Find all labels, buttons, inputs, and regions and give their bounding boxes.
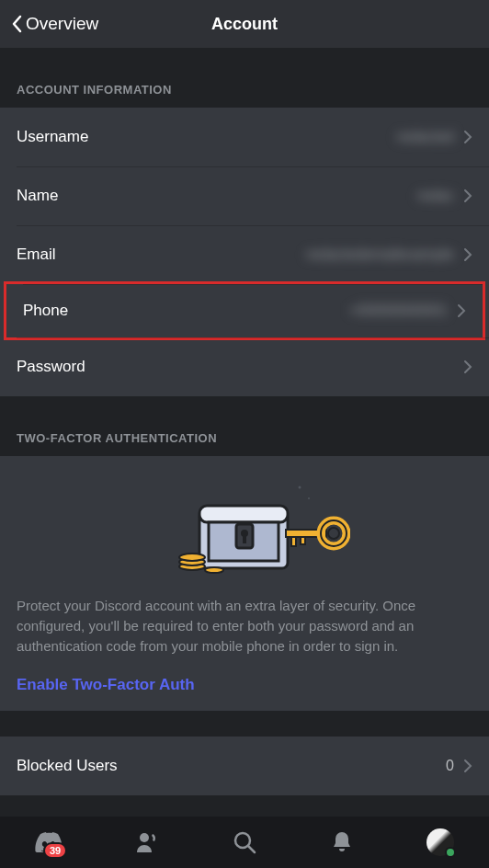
chevron-right-icon: [463, 247, 472, 262]
row-name[interactable]: Name redac: [0, 166, 489, 225]
twofa-description: Protect your Discord account with an ext…: [17, 596, 472, 656]
chevron-right-icon: [463, 130, 472, 144]
nav-notifications[interactable]: [322, 822, 362, 862]
svg-line-20: [248, 846, 255, 852]
account-info-list: Username redacted Name redac Email redac…: [0, 108, 489, 396]
chevron-right-icon: [463, 360, 472, 374]
chevron-right-icon: [463, 759, 472, 773]
svg-point-15: [328, 528, 339, 539]
section-header-twofa: TWO-FACTOR AUTHENTICATION: [0, 396, 489, 456]
header-bar: Overview Account: [0, 0, 489, 48]
row-label: Password: [17, 358, 85, 376]
nav-home[interactable]: 39: [28, 822, 69, 862]
row-right: redacted: [397, 129, 472, 145]
row-right: 0: [446, 758, 472, 774]
row-email[interactable]: Email redactedemailexample: [0, 225, 489, 284]
nav-profile[interactable]: [420, 822, 461, 862]
row-password[interactable]: Password: [0, 337, 489, 396]
svg-point-1: [308, 497, 310, 499]
nav-friends[interactable]: [127, 822, 167, 862]
twofa-card: Protect your Discord account with an ext…: [0, 456, 489, 711]
row-blocked-users[interactable]: Blocked Users 0: [0, 737, 489, 795]
friends-icon: [135, 830, 159, 854]
bell-icon: [331, 830, 353, 854]
svg-point-11: [205, 567, 223, 573]
avatar: [426, 828, 454, 856]
row-label: Blocked Users: [17, 757, 118, 775]
page-title: Account: [211, 15, 278, 34]
blocked-count: 0: [446, 758, 454, 774]
row-label: Email: [17, 246, 56, 264]
row-right: +00000000001: [349, 303, 466, 319]
row-value: redactedemailexample: [306, 246, 454, 263]
svg-rect-16: [291, 537, 296, 546]
row-right: [463, 360, 472, 374]
chevron-right-icon: [463, 188, 472, 203]
row-label: Username: [17, 128, 88, 146]
row-value: redacted: [397, 129, 454, 145]
row-label: Name: [17, 187, 58, 205]
twofa-illustration: [17, 478, 472, 579]
svg-rect-7: [243, 535, 246, 543]
status-online-icon: [445, 847, 456, 858]
notification-badge: 39: [43, 842, 67, 859]
bottom-nav: 39: [0, 817, 489, 868]
enable-twofa-link[interactable]: Enable Two-Factor Auth: [17, 676, 472, 694]
row-label: Phone: [23, 302, 68, 320]
chevron-right-icon: [457, 303, 466, 318]
row-right: redactedemailexample: [306, 246, 472, 263]
back-button[interactable]: Overview: [11, 14, 98, 34]
row-right: redac: [417, 188, 472, 204]
blocked-list: Blocked Users 0: [0, 737, 489, 795]
section-header-account-info: ACCOUNT INFORMATION: [0, 48, 489, 108]
vault-key-icon: [139, 478, 350, 579]
svg-point-10: [179, 554, 205, 561]
svg-rect-17: [301, 537, 305, 544]
row-username[interactable]: Username redacted: [0, 108, 489, 166]
svg-rect-3: [199, 506, 288, 522]
svg-point-18: [140, 833, 149, 842]
search-icon: [233, 830, 256, 854]
row-phone[interactable]: Phone +00000000001: [4, 281, 485, 340]
row-value: redac: [417, 188, 454, 204]
row-value: +00000000001: [349, 303, 448, 319]
spacer: [0, 711, 489, 737]
nav-search[interactable]: [224, 822, 265, 862]
back-label: Overview: [26, 14, 98, 34]
svg-point-0: [299, 486, 301, 489]
chevron-left-icon: [11, 15, 22, 33]
